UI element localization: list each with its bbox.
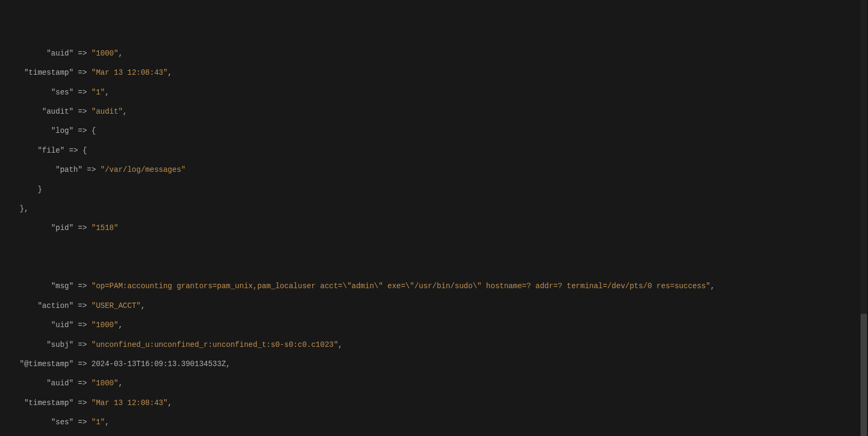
log-output: "auid" => "1000", "timestamp" => "Mar 13… (11, 39, 857, 436)
val-timestamp: "Mar 13 12:08:43" (91, 399, 168, 407)
val-msg: "op=PAM:accounting grantors=pam_unix,pam… (91, 282, 710, 290)
val-subj: "unconfined_u:unconfined_r:unconfined_t:… (91, 340, 338, 349)
log-line: }, (11, 204, 857, 213)
log-line: "uid" => "1000", (11, 320, 857, 330)
val-pid: "1518" (91, 224, 118, 232)
val-auid: "1000" (91, 379, 118, 387)
log-line: "ses" => "1", (11, 417, 857, 427)
val-audit: "audit" (91, 107, 123, 116)
log-line: "ses" => "1", (11, 88, 857, 97)
key-timestamp: "timestamp" (24, 399, 73, 407)
val-ses: "1" (91, 418, 105, 426)
key-auid: "auid" (46, 49, 73, 58)
scrollbar-track[interactable] (861, 0, 867, 436)
log-line: "path" => "/var/log/messages" (11, 165, 857, 175)
val-uid: "1000" (91, 321, 118, 329)
key-uid: "uid" (51, 321, 74, 329)
key-audit: "audit" (42, 107, 74, 116)
key-action: "action" (37, 302, 73, 310)
key-pid: "pid" (51, 224, 74, 232)
blank-line (11, 262, 857, 272)
key-ses: "ses" (51, 418, 74, 426)
log-line: "audit" => "audit", (11, 107, 857, 116)
log-line: "msg" => "op=PAM:accounting grantors=pam… (11, 281, 857, 291)
key-timestamp: "timestamp" (24, 68, 73, 77)
val-ses: "1" (91, 88, 105, 97)
log-line: "file" => { (11, 146, 857, 155)
val-timestamp: "Mar 13 12:08:43" (91, 68, 168, 77)
key-file: "file" (37, 146, 64, 155)
key-msg: "msg" (51, 282, 74, 290)
val-auid: "1000" (91, 49, 118, 58)
val-path: "/var/log/messages" (100, 165, 186, 174)
log-line: "auid" => "1000", (11, 49, 857, 58)
key-subj: "subj" (46, 340, 73, 349)
log-line: "subj" => "unconfined_u:unconfined_r:unc… (11, 340, 857, 350)
log-line: "timestamp" => "Mar 13 12:08:43", (11, 68, 857, 77)
log-line: "@timestamp" => 2024-03-13T16:09:13.3901… (11, 359, 857, 369)
key-auid: "auid" (46, 379, 73, 387)
blank-line (11, 243, 857, 252)
key-at-timestamp: "@timestamp" (20, 360, 74, 368)
scrollbar-thumb[interactable] (861, 314, 867, 436)
key-path: "path" (56, 165, 82, 174)
val-action: "USER_ACCT" (91, 302, 140, 310)
log-line: "auid" => "1000", (11, 378, 857, 388)
key-log: "log" (51, 126, 74, 135)
val-at-timestamp: 2024-03-13T16:09:13.390134533Z (91, 360, 226, 368)
log-line: "timestamp" => "Mar 13 12:08:43", (11, 398, 857, 408)
log-line: "action" => "USER_ACCT", (11, 301, 857, 311)
log-line: } (11, 185, 857, 194)
log-line: "pid" => "1518" (11, 223, 857, 233)
key-ses: "ses" (51, 88, 74, 97)
log-line: "log" => { (11, 126, 857, 136)
